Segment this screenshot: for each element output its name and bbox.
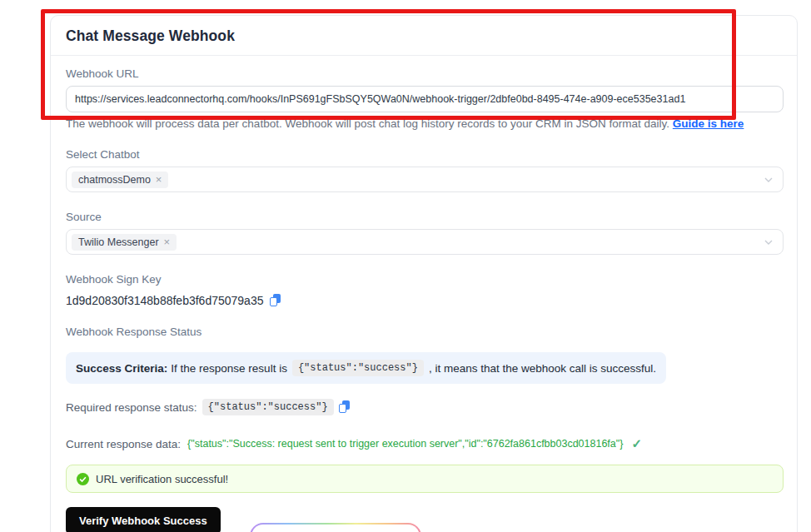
criteria-code-chip: {"status":"success"} <box>292 360 424 376</box>
sign-key-row: 1d9d20830f3148b88feb3f6d75079a35 <box>66 294 782 307</box>
source-tag-label: Twilio Messenger <box>78 236 159 248</box>
select-chatbot-label: Select Chatbot <box>66 148 782 161</box>
required-status-code-chip: {"status":"success"} <box>202 399 334 415</box>
verification-success-text: URL verification successful! <box>96 473 228 485</box>
success-criteria-banner: Success Criteria: If the response result… <box>66 352 666 384</box>
source-section: Source Twilio Messenger× <box>66 211 782 255</box>
sign-key-label: Webhook Sign Key <box>66 273 782 286</box>
required-status-row: Required response status: {"status":"suc… <box>66 399 782 415</box>
rainbow-button-inner <box>251 525 420 532</box>
current-response-label: Current response data: <box>66 438 181 450</box>
current-response-value: {"status":"Success: request sent to trig… <box>187 438 623 450</box>
check-icon: ✓ <box>631 436 642 451</box>
select-chatbot-section: Select Chatbot chatmossDemo× <box>66 148 782 192</box>
page: Chat Message Webhook Webhook URL The web… <box>0 0 811 532</box>
webhook-url-help-text: The webhook will process data per chatbo… <box>66 117 673 130</box>
response-status-label: Webhook Response Status <box>66 326 782 338</box>
copy-icon[interactable] <box>339 400 351 414</box>
verify-webhook-button[interactable]: Verify Webhook Success <box>66 507 221 532</box>
webhook-url-label: Webhook URL <box>66 67 782 80</box>
criteria-post-text: , it means that the webhook call is succ… <box>429 362 656 375</box>
card-header: Chat Message Webhook <box>51 16 797 56</box>
webhook-url-input[interactable] <box>66 86 784 112</box>
chatbot-tag: chatmossDemo× <box>72 172 168 188</box>
required-status-label: Required response status: <box>66 401 197 414</box>
chatbot-tag-label: chatmossDemo <box>78 174 151 186</box>
remove-tag-icon[interactable]: × <box>164 236 171 247</box>
webhook-settings-card: Chat Message Webhook Webhook URL The web… <box>50 15 798 532</box>
webhook-url-section: Webhook URL The webhook will process dat… <box>66 67 782 130</box>
guide-link[interactable]: Guide is here <box>673 117 744 130</box>
success-circle-icon <box>77 473 89 485</box>
current-response-row: Current response data: {"status":"Succes… <box>66 436 782 451</box>
sign-key-value: 1d9d20830f3148b88feb3f6d75079a35 <box>66 294 263 307</box>
source-select[interactable]: Twilio Messenger× <box>66 229 784 255</box>
remove-tag-icon[interactable]: × <box>156 174 162 185</box>
chatbot-select[interactable]: chatmossDemo× <box>66 167 784 192</box>
sign-key-section: Webhook Sign Key 1d9d20830f3148b88feb3f6… <box>66 273 782 307</box>
criteria-bold-text: Success Criteria: <box>76 362 167 375</box>
copy-icon[interactable] <box>270 294 281 307</box>
source-tag: Twilio Messenger× <box>72 234 177 251</box>
response-status-section: Webhook Response Status Success Criteria… <box>66 326 782 532</box>
criteria-pre-text: If the response result is <box>171 362 287 375</box>
source-label: Source <box>66 211 782 223</box>
page-title: Chat Message Webhook <box>66 27 782 45</box>
chevron-down-icon <box>764 237 774 247</box>
webhook-url-help: The webhook will process data per chatbo… <box>66 117 782 130</box>
chevron-down-icon <box>764 175 774 185</box>
verification-success-alert: URL verification successful! <box>66 465 784 493</box>
card-body: Webhook URL The webhook will process dat… <box>51 56 797 532</box>
rainbow-border-button[interactable] <box>250 523 421 532</box>
